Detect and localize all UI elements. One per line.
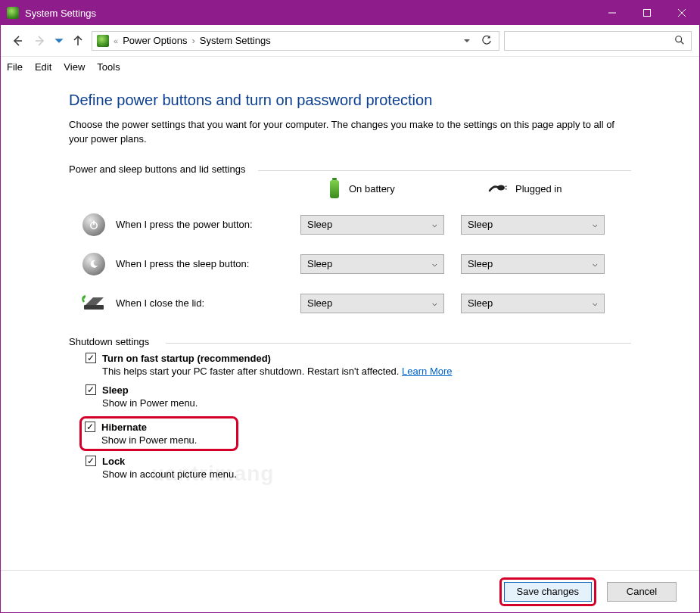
sleep-checkbox[interactable]: ✓ (86, 384, 96, 395)
menu-view[interactable]: View (64, 61, 85, 73)
col-plugged-in: Plugged in (461, 182, 620, 196)
highlight-hibernate: ✓ Hibernate Show in Power menu. (79, 416, 238, 451)
battery-icon (328, 179, 341, 200)
save-button[interactable]: Save changes (504, 582, 592, 602)
window: System Settings « Power Options › (0, 0, 700, 613)
breadcrumb-overflow-icon[interactable]: « (114, 36, 118, 45)
svg-line-8 (681, 41, 684, 44)
forward-button[interactable] (31, 32, 49, 50)
addr-icon (97, 35, 109, 47)
chevron-down-icon: ⌵ (432, 219, 437, 229)
footer: Save changes Cancel (1, 570, 699, 612)
menubar: File Edit View Tools (1, 57, 699, 76)
hibernate-checkbox[interactable]: ✓ (85, 422, 95, 432)
hibernate-label: Hibernate (101, 422, 147, 433)
lock-sub: Show in account picture menu. (86, 468, 631, 480)
learn-more-link[interactable]: Learn More (402, 366, 452, 377)
sleep-button-battery-combo[interactable]: Sleep ⌵ (300, 254, 444, 274)
shutdown-divider (166, 343, 631, 344)
minimize-button[interactable] (595, 1, 630, 25)
search-box[interactable] (504, 31, 692, 51)
shutdown-settings: Shutdown settings ✓ Turn on fast startup… (69, 336, 631, 480)
lock-checkbox[interactable]: ✓ (86, 456, 96, 466)
chevron-down-icon: ⌵ (593, 298, 598, 308)
lid-icon (81, 291, 107, 316)
page-heading: Define power buttons and turn on passwor… (69, 92, 631, 109)
row-close-lid: When I close the lid: Sleep ⌵ Sleep ⌵ (69, 291, 631, 316)
lid-battery-combo[interactable]: Sleep ⌵ (300, 294, 444, 313)
breadcrumb-parent[interactable]: Power Options (123, 35, 187, 46)
lock-item: ✓ Lock Show in account picture menu. (69, 456, 631, 480)
titlebar: System Settings (1, 1, 699, 25)
col-battery-label: On battery (349, 183, 395, 194)
row-power-button: When I press the power button: Sleep ⌵ S… (69, 212, 631, 238)
app-icon (7, 7, 19, 19)
sleep-button-plugged-combo[interactable]: Sleep ⌵ (461, 254, 605, 274)
address-bar[interactable]: « Power Options › System Settings (92, 31, 499, 51)
lock-label: Lock (102, 456, 125, 467)
col-on-battery: On battery (300, 179, 449, 200)
power-button-battery-combo[interactable]: Sleep ⌵ (300, 215, 444, 235)
svg-line-11 (505, 189, 507, 190)
sleep-item: ✓ Sleep Show in Power menu. (69, 384, 631, 409)
fast-startup-label: Turn on fast startup (recommended) (102, 353, 271, 364)
back-button[interactable] (8, 32, 26, 50)
svg-rect-14 (84, 305, 104, 310)
fast-startup-item: ✓ Turn on fast startup (recommended) Thi… (69, 353, 631, 377)
row-lid-label: When I close the lid: (116, 297, 204, 309)
page-description: Choose the power settings that you want … (69, 118, 631, 147)
content: Define power buttons and turn on passwor… (1, 76, 699, 570)
svg-rect-1 (644, 10, 651, 17)
column-headers: On battery Plugged in (69, 179, 631, 200)
row-sleep-button: When I press the sleep button: Sleep ⌵ S… (69, 251, 631, 277)
shutdown-label: Shutdown settings (69, 336, 631, 347)
svg-line-10 (505, 186, 507, 187)
lid-plugged-combo[interactable]: Sleep ⌵ (461, 294, 605, 313)
menu-tools[interactable]: Tools (97, 61, 120, 73)
row-power-label: When I press the power button: (116, 219, 253, 230)
chevron-down-icon: ⌵ (432, 298, 437, 308)
fast-startup-checkbox[interactable]: ✓ (86, 353, 96, 363)
chevron-down-icon: ⌵ (593, 259, 598, 269)
col-plugged-label: Plugged in (515, 183, 562, 194)
address-dropdown[interactable] (459, 32, 474, 50)
power-button-icon (81, 212, 107, 238)
sleep-button-icon (81, 251, 107, 277)
svg-point-9 (497, 185, 505, 191)
search-icon (674, 35, 686, 47)
chevron-down-icon: ⌵ (593, 219, 598, 229)
close-button[interactable] (664, 1, 699, 25)
svg-point-7 (676, 36, 682, 42)
recent-dropdown[interactable] (54, 32, 64, 50)
breadcrumb-current[interactable]: System Settings (200, 35, 271, 46)
up-button[interactable] (69, 32, 87, 50)
plug-icon (488, 182, 508, 196)
chevron-down-icon: ⌵ (432, 259, 437, 269)
cancel-button[interactable]: Cancel (607, 582, 677, 602)
sleep-sub: Show in Power menu. (86, 397, 631, 409)
menu-file[interactable]: File (7, 61, 23, 73)
breadcrumb-sep-icon: › (191, 35, 194, 46)
navbar: « Power Options › System Settings (1, 25, 699, 57)
refresh-button[interactable] (479, 32, 494, 50)
maximize-button[interactable] (630, 1, 664, 25)
hibernate-sub: Show in Power menu. (85, 434, 229, 446)
row-sleep-label: When I press the sleep button: (116, 258, 249, 269)
menu-edit[interactable]: Edit (35, 61, 51, 73)
button-group-label: Power and sleep buttons and lid settings (69, 163, 631, 175)
group-divider (258, 170, 631, 171)
window-title: System Settings (25, 8, 96, 19)
highlight-save: Save changes (499, 577, 596, 606)
fast-startup-sub: This helps start your PC faster after sh… (86, 366, 631, 377)
power-button-plugged-combo[interactable]: Sleep ⌵ (461, 215, 605, 235)
sleep-label: Sleep (102, 384, 129, 396)
